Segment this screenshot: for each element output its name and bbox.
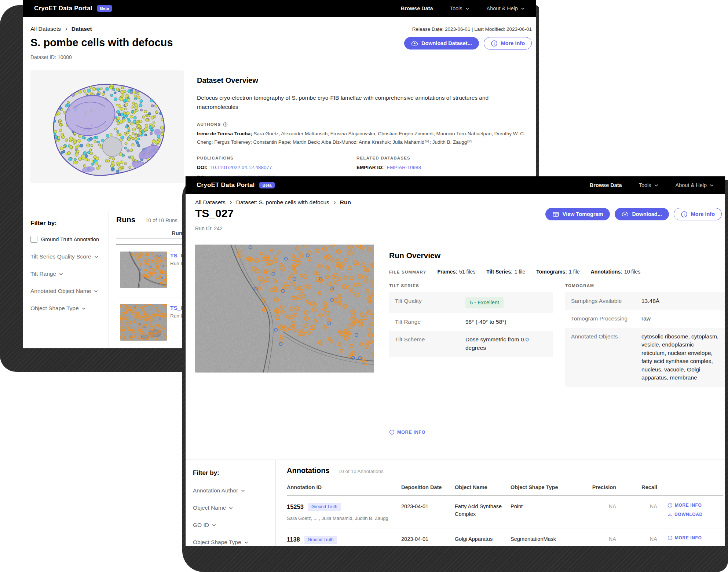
chevron-down-icon [94, 254, 99, 259]
table-row: Samplings Available 13.48Å [565, 292, 725, 310]
run-more-info-link[interactable]: MORE INFO [389, 429, 425, 435]
nav-browse-data[interactable]: Browse Data [590, 182, 622, 188]
chevron-down-icon [81, 306, 86, 311]
filter-object-shape-type[interactable]: Object Shape Type [193, 539, 268, 546]
nav-tools[interactable]: Tools [450, 6, 470, 11]
section-heading: Run Overview [389, 251, 724, 260]
chevron-down-icon [228, 506, 233, 510]
dataset-overview-section: Dataset Overview Defocus cryo-electron t… [197, 70, 529, 183]
breadcrumb-all-datasets[interactable]: All Datasets [195, 199, 226, 206]
more-info-button[interactable]: More Info [674, 208, 722, 220]
table-row: Tilt Scheme Dose symmetric from 0.0 degr… [389, 331, 553, 357]
filter-tilt-series-quality-score[interactable]: Tilt Series Quality Score [30, 253, 106, 260]
more-info-button[interactable]: More Info [484, 37, 532, 50]
chevron-right-icon [333, 201, 337, 205]
chevron-down-icon [244, 540, 249, 545]
filter-tilt-range[interactable]: Tilt Range [30, 271, 106, 277]
filter-heading: Filter by: [30, 220, 106, 227]
download-button[interactable]: Download... [615, 208, 669, 220]
file-summary-item: Tilt Series:1 file [486, 269, 525, 275]
breadcrumb-dataset: Dataset [72, 26, 92, 32]
run-overview-section: Run Overview FILE SUMMARY Frames:51 file… [389, 251, 724, 387]
view-tomogram-button[interactable]: View Tomogram [545, 208, 610, 220]
beta-badge: Beta [259, 182, 275, 188]
breadcrumb-all-datasets[interactable]: All Datasets [30, 26, 61, 32]
empiar-row: EMPIAR ID:EMPIAR-10988 [356, 165, 421, 170]
empiar-link[interactable]: EMPIAR-10988 [387, 165, 421, 170]
filter-annotation-author[interactable]: Annotation Author [193, 487, 268, 494]
filter-object-name[interactable]: Object Name [193, 505, 268, 511]
chevron-down-icon [59, 272, 63, 276]
filter-annotated-object-name[interactable]: Annotated Object Name [30, 288, 106, 294]
run-window: CryoET Data Portal Beta Browse Data Tool… [186, 176, 725, 546]
filter-panel: Filter by: Ground Truth Annotation Tilt … [30, 220, 106, 312]
authors-label: AUTHORS [197, 122, 529, 127]
annotations-count: 10 of 10 Annotations [339, 469, 384, 474]
file-summary-item: Frames:51 files [438, 269, 476, 275]
release-date: Release Date: 2023-06-01 | Last Modified… [412, 26, 532, 32]
dataset-description: Defocus cryo-electron tomography of S. p… [197, 94, 529, 112]
chevron-right-icon [229, 201, 233, 205]
cloud-download-icon [411, 40, 418, 47]
top-nav: CryoET Data Portal Beta Browse Data Tool… [186, 176, 725, 194]
filter-go-id[interactable]: GO ID [193, 522, 268, 528]
filter-object-shape-type[interactable]: Object Shape Type [30, 305, 106, 312]
annotation-authors: Sara Goetz, ... , Julia Mahamid, Judith … [287, 515, 396, 522]
filter-panel: Filter by: Annotation Author Object Name… [193, 469, 268, 546]
recall-value: NA [618, 503, 659, 510]
annotations-section: Filter by: Annotation Author Object Name… [186, 459, 725, 546]
beta-badge: Beta [97, 5, 113, 12]
file-summary-label: FILE SUMMARY [389, 270, 427, 274]
dataset-thumbnail [30, 70, 184, 183]
annotation-more-info-link[interactable]: MORE INFO [667, 503, 722, 508]
chevron-down-icon [241, 488, 245, 493]
breadcrumb-run: Run [340, 199, 351, 206]
chevron-down-icon [520, 6, 525, 11]
run-thumbnail [120, 252, 167, 288]
nav-tools[interactable]: Tools [639, 182, 659, 188]
precision-value: NA [572, 503, 618, 510]
table-row: Tomogram Processing raw [565, 310, 725, 327]
table-row: Annotated Objects cytosolic ribosome, cy… [565, 328, 725, 387]
annotation-more-info-link[interactable]: MORE INFO [667, 535, 722, 540]
info-icon [681, 211, 688, 218]
annotation-download-link[interactable]: DOWNLOAD [667, 512, 722, 517]
nav-items: Browse Data Tools About & Help [401, 6, 525, 11]
dataset-id: Dataset ID: 10000 [30, 54, 72, 60]
file-summary-item: Tomograms:1 file [536, 269, 579, 275]
tilt-series-label: TILT SERIES [389, 283, 553, 288]
doi-link[interactable]: 10.1101/2022.04.12.488077 [211, 165, 272, 170]
checkbox-icon[interactable] [30, 236, 37, 243]
breadcrumb-dataset[interactable]: Dataset: S. pombe cells with defocus [236, 199, 329, 206]
top-nav: CryoET Data Portal Beta Browse Data Tool… [23, 0, 536, 17]
nav-browse-data[interactable]: Browse Data [401, 6, 433, 11]
nav-about-help[interactable]: About & Help [487, 6, 525, 11]
table-row: Tilt Quality 5 - Excellent [389, 292, 553, 313]
chevron-down-icon [94, 289, 98, 294]
object-name: Golgi Apparatus [455, 535, 511, 543]
ground-truth-checkbox[interactable]: Ground Truth Annotation [30, 236, 106, 243]
page: CryoET Data Portal Beta Browse Data Tool… [0, 0, 728, 572]
annotation-id: 1138 [287, 535, 300, 544]
chevron-right-icon [64, 27, 68, 31]
deposition-date: 2023-04-01 [401, 503, 455, 510]
filter-heading: Filter by: [193, 469, 268, 477]
tilt-quality-badge: 5 - Excellent [465, 297, 504, 308]
info-icon [389, 429, 395, 435]
table-row: 15253 Ground Truth Sara Goetz, ... , Jul… [287, 496, 723, 528]
tomogram-table: TOMOGRAM Samplings Available 13.48Å Tomo… [565, 283, 725, 387]
related-databases-label: RELATED DATABASES [356, 156, 421, 160]
info-icon [667, 503, 673, 508]
doi-row: DOI:10.1101/2022.04.12.488077 [197, 165, 356, 170]
runs-heading: Runs [116, 215, 136, 224]
page-title: TS_027 [195, 207, 234, 220]
nav-about-help[interactable]: About & Help [676, 182, 714, 188]
app-title: CryoET Data Portal [34, 5, 92, 12]
divider [275, 460, 276, 546]
runs-count: 10 of 10 Runs [146, 217, 178, 223]
page-title: S. pombe cells with defocus [30, 37, 173, 49]
ground-truth-badge: Ground Truth [308, 503, 341, 511]
email-icon [425, 139, 429, 144]
chevron-down-icon [212, 523, 216, 528]
download-dataset-button[interactable]: Download Dataset... [404, 37, 479, 50]
